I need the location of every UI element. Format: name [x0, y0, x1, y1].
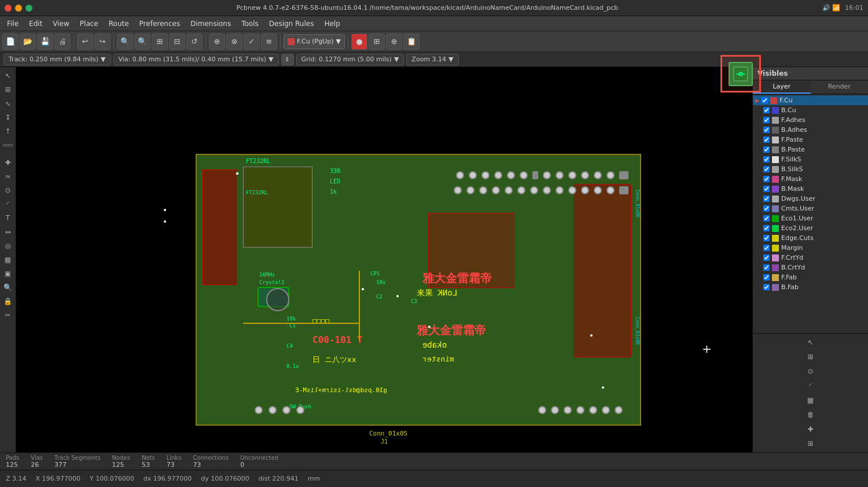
layer-eco2user[interactable]: Eco2.User	[753, 223, 868, 233]
undo-button[interactable]: ↩	[77, 34, 93, 50]
redo-button[interactable]: ↪	[94, 34, 111, 50]
new-button[interactable]: 📄	[2, 34, 19, 50]
highlight-net[interactable]: ●	[351, 34, 367, 50]
layer-ffab[interactable]: F.Fab	[753, 272, 868, 282]
delete-icon[interactable]: 🗑	[804, 408, 817, 421]
layer-eco2user-checkbox[interactable]	[763, 225, 770, 231]
layer-fcrtyd[interactable]: F.CrtYd	[753, 253, 868, 263]
netlist-button[interactable]: ⊕	[209, 34, 225, 50]
measure-tool[interactable]: ↕	[2, 111, 14, 124]
zoom-out-button[interactable]: 🔍	[134, 34, 150, 50]
zoom-selection[interactable]: ⊟	[169, 34, 185, 50]
layer-margin-checkbox[interactable]	[763, 245, 770, 251]
zoom-fit-button[interactable]: ⊞	[152, 34, 168, 50]
fill-zones[interactable]: ▦	[2, 253, 14, 266]
menu-dimensions[interactable]: Dimensions	[186, 19, 236, 29]
open-button[interactable]: 📂	[20, 34, 36, 50]
zoom-selector[interactable]: Zoom 3.14 ▼	[406, 54, 458, 65]
delete-track[interactable]: ✂	[2, 309, 14, 322]
zoom-in-button[interactable]: 🔍	[117, 34, 133, 50]
print-button[interactable]: 🖨	[54, 34, 71, 50]
layer-bcrtyd-checkbox[interactable]	[763, 264, 770, 271]
menu-edit[interactable]: Edit	[24, 19, 47, 29]
layer-margin[interactable]: Margin	[753, 243, 868, 253]
layer-bsilks-checkbox[interactable]	[763, 166, 770, 172]
grid-icon[interactable]: ⊞	[804, 351, 817, 363]
search[interactable]: 🔍	[2, 281, 14, 294]
layer-badhes-checkbox[interactable]	[763, 127, 770, 133]
layer-fmask[interactable]: F.Mask	[753, 174, 868, 184]
origin-button[interactable]: ⊕	[386, 34, 402, 50]
tab-render[interactable]: Render	[811, 80, 869, 94]
layer-bsilks[interactable]: B.SilkS	[753, 164, 868, 174]
grid-button[interactable]: ⊞	[369, 34, 385, 50]
layer-eco1user-checkbox[interactable]	[763, 215, 770, 222]
layer-fcrtyd-checkbox[interactable]	[763, 254, 770, 261]
layer-cmtsuser[interactable]: Cmts.User	[753, 204, 868, 213]
gerber-button[interactable]: 📋	[403, 34, 420, 50]
select-tool[interactable]: ↖	[2, 69, 14, 82]
layer-fadhes[interactable]: F.Adhes	[753, 115, 868, 125]
minimize-button[interactable]	[15, 5, 22, 12]
layer-bfab[interactable]: B.Fab	[753, 282, 868, 292]
ratsnest-tool[interactable]: ∿	[2, 97, 14, 110]
plus-icon[interactable]: ✚	[804, 423, 817, 436]
menu-help[interactable]: Help	[319, 19, 344, 29]
lock-item[interactable]: 🔒	[2, 295, 14, 308]
add-via[interactable]: ◎	[2, 239, 14, 252]
layer-fsilks[interactable]: F.SilkS	[753, 154, 868, 164]
menu-place[interactable]: Place	[75, 19, 103, 29]
layer-edgecuts-checkbox[interactable]	[763, 235, 770, 241]
show-3d[interactable]: ▣	[2, 267, 14, 280]
layer-fcu-checkbox[interactable]	[762, 97, 768, 104]
add-text[interactable]: T	[2, 212, 14, 224]
grid-selector[interactable]: Grid: 0.1270 mm (5.00 mils) ▼	[296, 54, 404, 65]
inspect-net[interactable]: ⊙	[2, 184, 14, 197]
layer-bcu[interactable]: B.Cu	[753, 105, 868, 115]
zoom-icon[interactable]: ⊙	[804, 365, 817, 378]
via-selector[interactable]: Via: 0.80 mm (31.5 mils)/ 0.40 mm (15.7 …	[113, 54, 279, 65]
layer-badhes[interactable]: B.Adhes	[753, 125, 868, 135]
route-track[interactable]: ✚	[2, 156, 14, 169]
menu-tools[interactable]: Tools	[237, 19, 263, 29]
layer-dwgsuser-checkbox[interactable]	[763, 195, 770, 202]
layer-bfab-checkbox[interactable]	[763, 284, 770, 290]
cursor-icon[interactable]: ↖	[804, 336, 817, 349]
add-arc[interactable]: ◜	[2, 198, 14, 211]
layer-ffab-checkbox[interactable]	[763, 274, 770, 281]
layer-eco1user[interactable]: Eco1.User	[753, 213, 868, 223]
menu-file[interactable]: File	[2, 19, 23, 29]
arc-icon[interactable]: ◜	[804, 379, 817, 392]
layer-bcrtyd[interactable]: B.CrtYd	[753, 263, 868, 272]
layer-fcu[interactable]: ▶ F.Cu	[753, 95, 868, 105]
layer-bcu-checkbox[interactable]	[763, 107, 770, 113]
ratsnest-button[interactable]: ⊗	[226, 34, 242, 50]
layer-dropdown[interactable]: F.Cu (PgUp) ▼	[284, 34, 345, 49]
add-footprint[interactable]: ↑	[2, 125, 14, 138]
fill-icon[interactable]: ▦	[804, 394, 817, 407]
layer-bmask[interactable]: B.Mask	[753, 184, 868, 194]
layer-dwgsuser[interactable]: Dwgs.User	[753, 194, 868, 204]
menu-preferences[interactable]: Preferences	[135, 19, 185, 29]
grid-fine-icon[interactable]: ⊞	[804, 437, 817, 450]
highlighted-icon[interactable]	[729, 62, 753, 86]
tab-layer[interactable]: Layer	[753, 80, 811, 94]
layer-fpaste[interactable]: F.Paste	[753, 135, 868, 145]
menu-route[interactable]: Route	[104, 19, 134, 29]
menu-design-rules[interactable]: Design Rules	[264, 19, 319, 29]
maximize-button[interactable]	[25, 5, 32, 12]
drc-button[interactable]: ✓	[244, 34, 260, 50]
add-dimension[interactable]: ↔	[2, 226, 14, 238]
close-button[interactable]	[5, 5, 12, 12]
refresh-button[interactable]: ↺	[186, 34, 203, 50]
grid-display[interactable]: ⊞	[2, 83, 14, 96]
layer-fadhes-checkbox[interactable]	[763, 117, 770, 123]
track-via-toggle[interactable]: ⇕	[281, 54, 294, 65]
menu-view[interactable]: View	[48, 19, 73, 29]
canvas-area[interactable]: FT232RL FT232RL	[16, 67, 752, 452]
layer-cmtsuser-checkbox[interactable]	[763, 205, 770, 212]
layer-bpaste-checkbox[interactable]	[763, 146, 770, 153]
layer-fsilks-checkbox[interactable]	[763, 156, 770, 163]
track-selector[interactable]: Track: 0.250 mm (9.84 mils) ▼	[3, 54, 111, 65]
layer-fpaste-checkbox[interactable]	[763, 136, 770, 143]
